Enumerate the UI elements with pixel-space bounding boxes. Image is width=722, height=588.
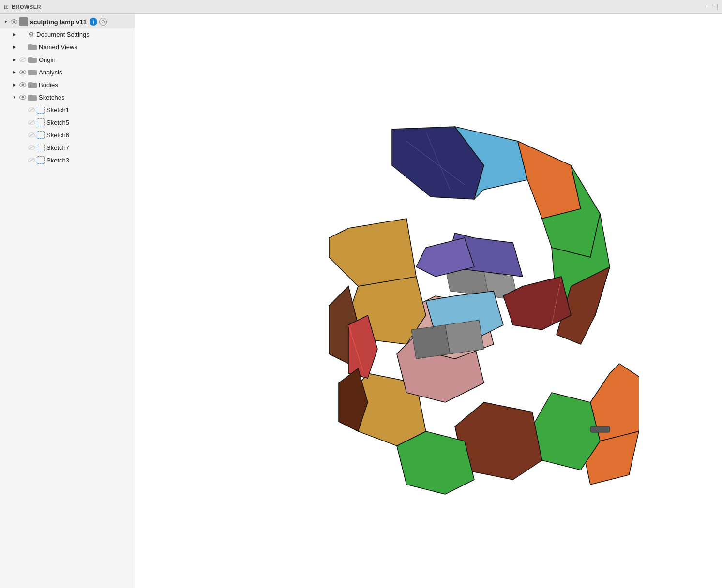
svg-marker-10 [397, 431, 474, 494]
visibility-btn-sketch5[interactable] [27, 118, 36, 127]
eye-closed-icon [28, 120, 35, 125]
svg-marker-15 [329, 219, 416, 286]
expand-btn-named-views[interactable] [11, 43, 18, 51]
eye-open-icon [19, 95, 26, 100]
svg-marker-24 [445, 320, 484, 354]
main-layout: sculpting lamp v11 i ⊙ ⚙Document Setting… [0, 14, 722, 588]
svg-rect-29 [590, 426, 610, 432]
sketch-icon [37, 156, 45, 164]
expand-btn-sketch5 [19, 118, 27, 126]
visibility-btn-sketches[interactable] [18, 93, 27, 102]
tree-root[interactable]: sculpting lamp v11 i ⊙ [0, 15, 135, 28]
visibility-btn-analysis[interactable] [18, 68, 27, 76]
title-badges: i ⊙ [90, 18, 107, 26]
sidebar: sculpting lamp v11 i ⊙ ⚙Document Setting… [0, 14, 135, 588]
eye-open-icon [19, 70, 26, 74]
expand-btn-analysis[interactable] [11, 68, 18, 76]
eye-closed-icon [19, 57, 26, 62]
visibility-btn-bodies[interactable] [18, 80, 27, 89]
tree-item-sketch7[interactable]: Sketch7 [0, 141, 135, 154]
expand-btn-sketch7 [19, 144, 27, 151]
sketch-icon [37, 106, 45, 114]
model-3d [242, 103, 639, 499]
minimize-button[interactable]: — [707, 3, 714, 10]
document-icon [19, 17, 28, 26]
item-label-sketch5: Sketch5 [46, 119, 69, 126]
eye-closed-icon [28, 158, 35, 162]
tree-item-sketch5[interactable]: Sketch5 [0, 116, 135, 129]
expand-btn-sketch6 [19, 131, 27, 139]
visibility-btn-sketch3[interactable] [27, 156, 36, 164]
root-visibility[interactable] [10, 17, 18, 26]
browser-icon: ⊞ [4, 3, 9, 10]
tree-item-document-settings[interactable]: ⚙Document Settings [0, 28, 135, 41]
item-label-sketch3: Sketch3 [46, 157, 69, 164]
tree-item-named-views[interactable]: Named Views [0, 41, 135, 53]
visibility-btn-origin[interactable] [18, 55, 27, 64]
tree-items: ⚙Document SettingsNamed ViewsOriginAnaly… [0, 28, 135, 166]
expand-btn-bodies[interactable] [11, 81, 18, 88]
item-label-named-views: Named Views [39, 44, 77, 51]
eye-closed-icon [28, 107, 35, 112]
tree-item-sketch1[interactable]: Sketch1 [0, 103, 135, 116]
eye-closed-icon [28, 132, 35, 137]
expand-btn-sketches[interactable] [11, 93, 18, 101]
viewport[interactable] [135, 14, 722, 588]
eye-icon [11, 19, 17, 24]
tree-item-sketch3[interactable]: Sketch3 [0, 154, 135, 166]
item-label-sketches: Sketches [39, 94, 64, 101]
item-label-sketch1: Sketch1 [46, 106, 69, 114]
visibility-btn-sketch7[interactable] [27, 143, 36, 152]
visibility-btn-sketch1[interactable] [27, 105, 36, 114]
folder-icon [28, 56, 37, 63]
tree-item-analysis[interactable]: Analysis [0, 66, 135, 78]
tree-item-sketches[interactable]: Sketches [0, 91, 135, 103]
tree-item-bodies[interactable]: Bodies [0, 78, 135, 91]
model-svg [242, 103, 639, 499]
svg-marker-23 [411, 325, 450, 359]
browser-bar: ⊞ BROWSER — | [0, 0, 722, 14]
expand-btn-sketch1 [19, 106, 27, 114]
eye-closed-icon [28, 145, 35, 150]
sketch-icon [37, 131, 45, 139]
root-label: sculpting lamp v11 [30, 18, 87, 26]
circle-badge[interactable]: ⊙ [99, 18, 107, 26]
item-label-bodies: Bodies [39, 81, 58, 88]
expand-btn-sketch3 [19, 156, 27, 164]
item-label-document-settings: Document Settings [36, 31, 90, 38]
folder-icon [28, 81, 37, 88]
item-label-sketch6: Sketch6 [46, 132, 69, 139]
visibility-btn-sketch6[interactable] [27, 131, 36, 139]
sketch-icon [37, 118, 45, 126]
expand-btn-document-settings[interactable] [11, 30, 18, 38]
item-label-analysis: Analysis [39, 69, 62, 76]
info-badge[interactable]: i [90, 18, 97, 26]
tree-item-origin[interactable]: Origin [0, 53, 135, 66]
sketch-icon [37, 144, 45, 151]
browser-controls: — | [707, 3, 718, 10]
tree-item-sketch6[interactable]: Sketch6 [0, 129, 135, 141]
svg-marker-2 [518, 141, 581, 219]
eye-open-icon [19, 82, 26, 87]
gear-icon: ⚙ [28, 30, 34, 38]
browser-title: BROWSER [12, 4, 41, 10]
item-label-sketch7: Sketch7 [46, 144, 69, 151]
folder-icon [28, 44, 37, 50]
folder-icon [28, 69, 37, 75]
item-label-origin: Origin [39, 56, 56, 63]
folder-icon [28, 94, 37, 101]
root-expand-btn[interactable] [2, 18, 10, 26]
expand-btn-origin[interactable] [11, 56, 18, 63]
